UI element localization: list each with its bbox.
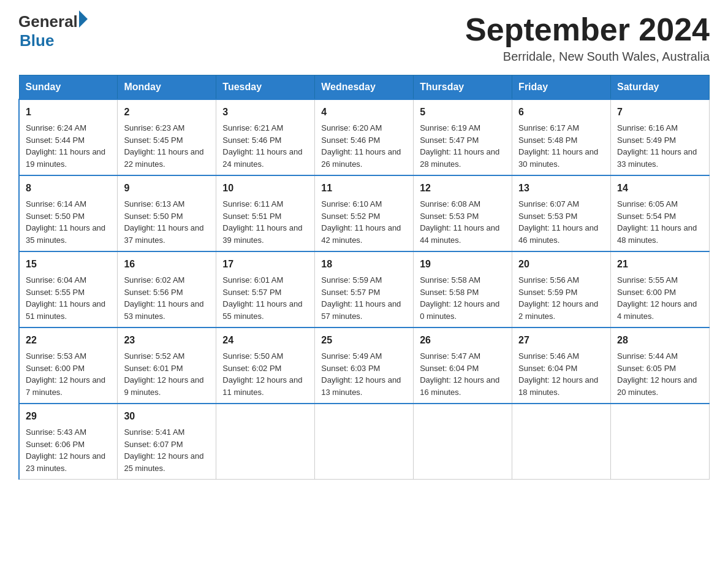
calendar-week-1: 1Sunrise: 6:24 AMSunset: 5:44 PMDaylight… <box>19 99 710 175</box>
header-row: SundayMondayTuesdayWednesdayThursdayFrid… <box>19 75 710 100</box>
calendar-cell: 18Sunrise: 5:59 AMSunset: 5:57 PMDayligh… <box>315 251 414 327</box>
day-number: 24 <box>222 333 308 348</box>
day-info: Sunrise: 5:50 AMSunset: 6:02 PMDaylight:… <box>222 350 308 398</box>
day-info: Sunrise: 6:05 AMSunset: 5:54 PMDaylight:… <box>617 198 703 246</box>
main-title: September 2024 <box>465 12 710 47</box>
day-info: Sunrise: 5:47 AMSunset: 6:04 PMDaylight:… <box>420 350 506 398</box>
day-number: 10 <box>222 181 308 196</box>
day-info: Sunrise: 6:14 AMSunset: 5:50 PMDaylight:… <box>26 198 111 246</box>
day-number: 25 <box>321 333 407 348</box>
day-info: Sunrise: 6:01 AMSunset: 5:57 PMDaylight:… <box>222 274 308 322</box>
day-info: Sunrise: 5:41 AMSunset: 6:07 PMDaylight:… <box>124 426 210 474</box>
calendar-cell: 12Sunrise: 6:08 AMSunset: 5:53 PMDayligh… <box>414 175 512 251</box>
day-number: 22 <box>26 333 111 348</box>
day-info: Sunrise: 5:49 AMSunset: 6:03 PMDaylight:… <box>321 350 407 398</box>
day-info: Sunrise: 6:04 AMSunset: 5:55 PMDaylight:… <box>26 274 111 322</box>
header-sunday: Sunday <box>19 75 118 100</box>
day-number: 19 <box>420 257 506 272</box>
day-number: 16 <box>124 257 210 272</box>
calendar-cell: 19Sunrise: 5:58 AMSunset: 5:58 PMDayligh… <box>414 251 512 327</box>
calendar-header: SundayMondayTuesdayWednesdayThursdayFrid… <box>19 75 710 100</box>
day-number: 15 <box>26 257 111 272</box>
day-number: 30 <box>124 409 210 424</box>
header-thursday: Thursday <box>414 75 512 100</box>
day-number: 18 <box>321 257 407 272</box>
calendar-week-5: 29Sunrise: 5:43 AMSunset: 6:06 PMDayligh… <box>19 404 710 480</box>
day-number: 8 <box>26 181 111 196</box>
calendar-cell <box>315 404 414 480</box>
calendar-week-2: 8Sunrise: 6:14 AMSunset: 5:50 PMDaylight… <box>19 175 710 251</box>
calendar-cell: 9Sunrise: 6:13 AMSunset: 5:50 PMDaylight… <box>118 175 216 251</box>
logo-general: General <box>18 12 78 31</box>
day-info: Sunrise: 5:55 AMSunset: 6:00 PMDaylight:… <box>617 274 703 322</box>
calendar-cell: 23Sunrise: 5:52 AMSunset: 6:01 PMDayligh… <box>118 327 216 404</box>
logo: General Blue <box>18 12 88 50</box>
calendar-cell: 2Sunrise: 6:23 AMSunset: 5:45 PMDaylight… <box>118 99 216 175</box>
calendar-cell: 26Sunrise: 5:47 AMSunset: 6:04 PMDayligh… <box>414 327 512 404</box>
calendar-cell: 6Sunrise: 6:17 AMSunset: 5:48 PMDaylight… <box>512 99 611 175</box>
day-info: Sunrise: 5:56 AMSunset: 5:59 PMDaylight:… <box>518 274 604 322</box>
day-info: Sunrise: 6:02 AMSunset: 5:56 PMDaylight:… <box>124 274 210 322</box>
calendar-cell <box>611 404 710 480</box>
header-monday: Monday <box>118 75 216 100</box>
day-number: 5 <box>420 105 506 120</box>
calendar-cell: 22Sunrise: 5:53 AMSunset: 6:00 PMDayligh… <box>19 327 118 404</box>
title-area: September 2024 Berridale, New South Wale… <box>465 12 710 64</box>
day-info: Sunrise: 6:10 AMSunset: 5:52 PMDaylight:… <box>321 198 407 246</box>
calendar-cell: 20Sunrise: 5:56 AMSunset: 5:59 PMDayligh… <box>512 251 611 327</box>
day-number: 17 <box>222 257 308 272</box>
calendar-cell <box>512 404 611 480</box>
day-info: Sunrise: 6:07 AMSunset: 5:53 PMDaylight:… <box>518 198 604 246</box>
header-tuesday: Tuesday <box>216 75 315 100</box>
day-number: 20 <box>518 257 604 272</box>
calendar-body: 1Sunrise: 6:24 AMSunset: 5:44 PMDaylight… <box>19 99 710 480</box>
day-info: Sunrise: 5:44 AMSunset: 6:05 PMDaylight:… <box>617 350 703 398</box>
day-info: Sunrise: 5:43 AMSunset: 6:06 PMDaylight:… <box>26 426 111 474</box>
day-number: 7 <box>617 105 703 120</box>
calendar-cell: 29Sunrise: 5:43 AMSunset: 6:06 PMDayligh… <box>19 404 118 480</box>
calendar-cell: 27Sunrise: 5:46 AMSunset: 6:04 PMDayligh… <box>512 327 611 404</box>
day-number: 4 <box>321 105 407 120</box>
day-info: Sunrise: 5:53 AMSunset: 6:00 PMDaylight:… <box>26 350 111 398</box>
day-info: Sunrise: 6:20 AMSunset: 5:46 PMDaylight:… <box>321 122 407 170</box>
calendar-cell: 11Sunrise: 6:10 AMSunset: 5:52 PMDayligh… <box>315 175 414 251</box>
calendar-cell: 8Sunrise: 6:14 AMSunset: 5:50 PMDaylight… <box>19 175 118 251</box>
day-number: 27 <box>518 333 604 348</box>
subtitle: Berridale, New South Wales, Australia <box>465 50 710 64</box>
day-info: Sunrise: 5:52 AMSunset: 6:01 PMDaylight:… <box>124 350 210 398</box>
day-number: 12 <box>420 181 506 196</box>
day-number: 28 <box>617 333 703 348</box>
calendar-cell: 17Sunrise: 6:01 AMSunset: 5:57 PMDayligh… <box>216 251 315 327</box>
day-info: Sunrise: 5:58 AMSunset: 5:58 PMDaylight:… <box>420 274 506 322</box>
calendar-cell: 1Sunrise: 6:24 AMSunset: 5:44 PMDaylight… <box>19 99 118 175</box>
day-info: Sunrise: 6:11 AMSunset: 5:51 PMDaylight:… <box>222 198 308 246</box>
day-number: 1 <box>26 105 111 120</box>
calendar-cell: 21Sunrise: 5:55 AMSunset: 6:00 PMDayligh… <box>611 251 710 327</box>
day-info: Sunrise: 6:23 AMSunset: 5:45 PMDaylight:… <box>124 122 210 170</box>
header: General Blue September 2024 Berridale, N… <box>18 12 710 64</box>
day-info: Sunrise: 5:46 AMSunset: 6:04 PMDaylight:… <box>518 350 604 398</box>
calendar-cell: 16Sunrise: 6:02 AMSunset: 5:56 PMDayligh… <box>118 251 216 327</box>
day-info: Sunrise: 6:24 AMSunset: 5:44 PMDaylight:… <box>26 122 111 170</box>
day-number: 11 <box>321 181 407 196</box>
day-number: 9 <box>124 181 210 196</box>
calendar-cell: 5Sunrise: 6:19 AMSunset: 5:47 PMDaylight… <box>414 99 512 175</box>
day-number: 21 <box>617 257 703 272</box>
day-number: 29 <box>26 409 111 424</box>
calendar-cell: 28Sunrise: 5:44 AMSunset: 6:05 PMDayligh… <box>611 327 710 404</box>
day-number: 13 <box>518 181 604 196</box>
calendar-table: SundayMondayTuesdayWednesdayThursdayFrid… <box>18 75 710 480</box>
calendar-cell: 13Sunrise: 6:07 AMSunset: 5:53 PMDayligh… <box>512 175 611 251</box>
logo-triangle-icon <box>79 10 88 28</box>
calendar-week-3: 15Sunrise: 6:04 AMSunset: 5:55 PMDayligh… <box>19 251 710 327</box>
day-number: 6 <box>518 105 604 120</box>
calendar-cell: 15Sunrise: 6:04 AMSunset: 5:55 PMDayligh… <box>19 251 118 327</box>
day-info: Sunrise: 6:08 AMSunset: 5:53 PMDaylight:… <box>420 198 506 246</box>
calendar-cell <box>216 404 315 480</box>
calendar-cell: 14Sunrise: 6:05 AMSunset: 5:54 PMDayligh… <box>611 175 710 251</box>
calendar-week-4: 22Sunrise: 5:53 AMSunset: 6:00 PMDayligh… <box>19 327 710 404</box>
calendar-cell: 24Sunrise: 5:50 AMSunset: 6:02 PMDayligh… <box>216 327 315 404</box>
header-friday: Friday <box>512 75 611 100</box>
calendar-cell: 4Sunrise: 6:20 AMSunset: 5:46 PMDaylight… <box>315 99 414 175</box>
day-info: Sunrise: 6:21 AMSunset: 5:46 PMDaylight:… <box>222 122 308 170</box>
